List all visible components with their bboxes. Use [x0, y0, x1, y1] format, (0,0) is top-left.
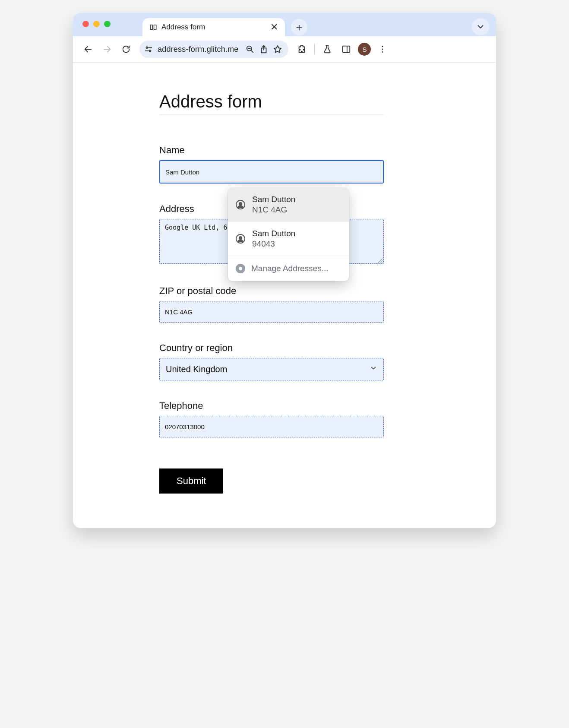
- site-settings-icon[interactable]: [144, 44, 153, 54]
- country-label: Country or region: [159, 342, 384, 354]
- close-window-button[interactable]: [82, 21, 89, 27]
- close-tab-button[interactable]: ✕: [269, 22, 280, 33]
- labs-button[interactable]: [320, 42, 335, 57]
- chevron-down-icon: [370, 364, 377, 374]
- autofill-popup: Sam Dutton N1C 4AG Sam Dutton 94043 Mana…: [228, 188, 349, 281]
- autofill-suggestion-name: Sam Dutton: [252, 229, 295, 238]
- reload-button[interactable]: [119, 42, 133, 57]
- svg-point-4: [146, 47, 148, 49]
- page-content: Address form Name Address Google UK Ltd,…: [73, 62, 496, 528]
- name-input[interactable]: [159, 160, 384, 184]
- autofill-suggestion-name: Sam Dutton: [252, 195, 295, 204]
- telephone-input[interactable]: 02070313000: [159, 416, 384, 437]
- new-tab-button[interactable]: ＋: [291, 19, 307, 35]
- address-bar[interactable]: address-form.glitch.me: [139, 41, 288, 58]
- svg-marker-13: [274, 46, 281, 53]
- autofill-suggestion-sub: N1C 4AG: [252, 205, 295, 215]
- zip-label: ZIP or postal code: [159, 285, 384, 297]
- profile-initial: S: [362, 46, 367, 53]
- manage-addresses-label: Manage Addresses...: [251, 264, 329, 273]
- field-country: Country or region United Kingdom: [159, 342, 384, 380]
- zip-value: N1C 4AG: [165, 308, 193, 316]
- person-icon: [236, 234, 245, 244]
- telephone-value: 02070313000: [165, 423, 205, 430]
- country-select[interactable]: United Kingdom: [159, 358, 384, 380]
- minimize-window-button[interactable]: [93, 21, 100, 27]
- toolbar-divider: [314, 44, 315, 55]
- overflow-menu-button[interactable]: [375, 42, 390, 57]
- submit-button[interactable]: Submit: [159, 468, 223, 494]
- svg-point-17: [382, 49, 383, 50]
- zip-input[interactable]: N1C 4AG: [159, 301, 384, 323]
- tab-favicon: [149, 23, 157, 31]
- tabs-menu-button[interactable]: [472, 18, 489, 35]
- tab-title: Address form: [161, 23, 264, 32]
- share-icon[interactable]: [259, 44, 269, 54]
- zoom-icon[interactable]: [245, 44, 255, 54]
- forward-button[interactable]: [100, 42, 114, 57]
- svg-rect-1: [154, 25, 156, 30]
- titlebar: Address form ✕ ＋: [73, 13, 496, 36]
- field-telephone: Telephone 02070313000: [159, 400, 384, 437]
- autofill-suggestion-sub: 94043: [252, 239, 295, 249]
- maximize-window-button[interactable]: [104, 21, 111, 27]
- toolbar: address-form.glitch.me S: [73, 36, 496, 62]
- svg-line-9: [251, 51, 253, 53]
- svg-point-18: [382, 51, 383, 53]
- bookmark-icon[interactable]: [273, 44, 282, 54]
- autofill-suggestion-1[interactable]: Sam Dutton 94043: [228, 222, 349, 256]
- page-title: Address form: [159, 92, 384, 114]
- svg-rect-0: [150, 25, 152, 30]
- field-zip: ZIP or postal code N1C 4AG: [159, 285, 384, 323]
- svg-point-16: [382, 46, 383, 47]
- svg-point-6: [149, 50, 151, 52]
- browser-window: Address form ✕ ＋ address-form.glitch.me: [73, 13, 496, 528]
- telephone-label: Telephone: [159, 400, 384, 411]
- field-name: Name: [159, 145, 384, 184]
- browser-tab[interactable]: Address form ✕: [142, 18, 285, 36]
- name-label: Name: [159, 145, 384, 156]
- url-text: address-form.glitch.me: [158, 45, 238, 54]
- country-value: United Kingdom: [166, 364, 227, 374]
- profile-avatar[interactable]: S: [358, 43, 371, 56]
- autofill-suggestion-0[interactable]: Sam Dutton N1C 4AG: [228, 188, 349, 222]
- window-controls: [82, 21, 111, 27]
- side-panel-button[interactable]: [339, 42, 354, 57]
- manage-addresses-button[interactable]: Manage Addresses...: [228, 256, 349, 281]
- person-icon: [236, 200, 245, 209]
- svg-rect-14: [343, 46, 350, 53]
- chrome-icon: [236, 264, 245, 273]
- extensions-button[interactable]: [294, 42, 309, 57]
- back-button[interactable]: [81, 42, 95, 57]
